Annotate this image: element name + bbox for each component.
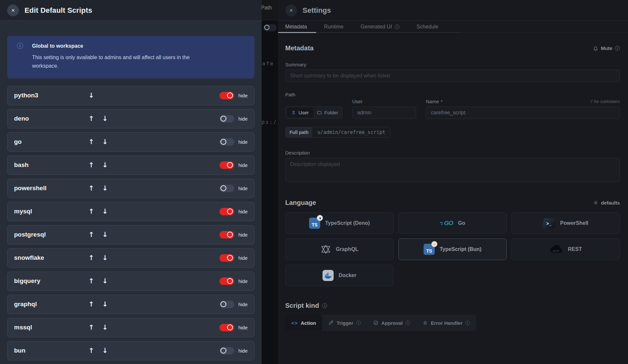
drawer-close-button[interactable]: × <box>7 5 19 16</box>
language-grid: TS TypeScript (Deno)GOGo>_PowerShell Gra… <box>285 212 620 286</box>
hide-toggle[interactable] <box>219 92 234 99</box>
default-script-row: bun ↑ ↓ hide <box>7 341 254 360</box>
script-kind-trigger[interactable]: Trigger i <box>322 315 367 331</box>
settings-title: Settings <box>303 6 331 15</box>
default-script-row: graphql ↑ ↓ hide <box>7 295 254 314</box>
language-option-rest[interactable]: HTTPREST <box>511 239 620 260</box>
language-name: python3 <box>14 92 87 99</box>
info-box-body: This setting is only available to admins… <box>32 53 214 71</box>
hide-label: hide <box>238 278 248 284</box>
hide-toggle[interactable] <box>219 231 234 239</box>
hide-label: hide <box>238 139 248 145</box>
hide-toggle[interactable] <box>219 185 234 192</box>
hide-toggle[interactable] <box>219 161 234 169</box>
language-option-label: PowerShell <box>560 220 588 226</box>
move-down-button[interactable]: ↓ <box>100 115 110 123</box>
move-down-button[interactable]: ↓ <box>100 277 110 285</box>
hide-toggle[interactable] <box>219 324 234 331</box>
move-down-button[interactable]: ↓ <box>100 161 110 169</box>
hide-toggle[interactable] <box>219 115 234 123</box>
move-up-button[interactable]: ↑ <box>87 161 96 169</box>
move-up-button[interactable]: ↑ <box>87 115 96 123</box>
mute-info-icon: i <box>615 46 620 51</box>
move-up-button[interactable]: ↑ <box>87 300 96 308</box>
move-up-button[interactable]: ↑ <box>87 277 96 285</box>
default-script-row: python3 ↓ hide <box>7 86 254 105</box>
owner-user-option[interactable]: User <box>287 108 314 118</box>
summary-input[interactable] <box>285 70 620 82</box>
move-down-button[interactable]: ↓ <box>100 300 110 308</box>
move-down-button[interactable]: ↓ <box>100 231 110 239</box>
default-script-row: bigquery ↑ ↓ hide <box>7 272 254 291</box>
tab-info-icon: i <box>395 25 399 29</box>
move-up-button[interactable]: ↑ <box>87 254 96 262</box>
move-down-button[interactable]: ↓ <box>100 138 110 146</box>
move-down-button[interactable]: ↓ <box>100 347 110 355</box>
mute-button[interactable]: Mute i <box>593 45 620 51</box>
defaults-button[interactable]: defaults <box>593 200 620 206</box>
rocket-icon <box>328 320 334 325</box>
owner-toggle: User Folder <box>285 106 342 119</box>
description-textarea[interactable] <box>285 158 620 182</box>
hide-label: hide <box>238 162 248 168</box>
move-up-button[interactable]: ↑ <box>87 347 96 355</box>
move-down-button[interactable]: ↓ <box>87 91 96 99</box>
default-script-row: mssql ↑ ↓ hide <box>7 318 254 337</box>
move-down-button[interactable]: ↓ <box>100 207 110 215</box>
hide-toggle[interactable] <box>219 208 234 215</box>
background-code-fragment: afe r <box>262 61 278 67</box>
script-kind-action[interactable]: <>Action <box>285 315 322 331</box>
language-option-powershell[interactable]: >_PowerShell <box>511 212 620 234</box>
script-kind-approval[interactable]: Approval i <box>367 315 416 331</box>
owner-folder-option[interactable]: Folder <box>314 108 341 118</box>
kind-info-icon: i <box>356 321 361 325</box>
move-up-button[interactable]: ↑ <box>87 184 96 192</box>
full-path-value: u/admin/carefree_script <box>312 127 390 137</box>
tab-schedule[interactable]: Schedule <box>416 21 438 32</box>
folder-icon <box>317 110 322 115</box>
docker-icon <box>323 270 334 281</box>
move-up-button[interactable]: ↑ <box>87 231 96 239</box>
user-input[interactable] <box>352 107 416 119</box>
name-input[interactable] <box>426 107 620 119</box>
default-script-row: mysql ↑ ↓ hide <box>7 202 254 221</box>
language-option-typescript-deno[interactable]: TS TypeScript (Deno) <box>285 212 394 234</box>
language-option-typescript-bun[interactable]: TS TypeScript (Bun) <box>398 239 507 260</box>
hide-label: hide <box>238 302 248 307</box>
move-up-button[interactable]: ↑ <box>87 138 96 146</box>
default-script-row: go ↑ ↓ hide <box>7 132 254 152</box>
language-option-docker[interactable]: Docker <box>285 265 394 286</box>
move-down-button[interactable]: ↓ <box>100 184 110 192</box>
info-box-title: Global to workspace <box>32 43 83 49</box>
script-kind-error-handler[interactable]: Error Handler i <box>416 315 476 331</box>
settings-close-button[interactable]: × <box>285 5 297 16</box>
script-kind-label: Approval <box>381 320 403 326</box>
language-name: postgresql <box>14 231 87 238</box>
settings-drawer: × Settings MetadataRuntimeGenerated UIiS… <box>278 0 628 364</box>
move-up-button[interactable]: ↑ <box>87 207 96 215</box>
language-option-go[interactable]: GOGo <box>398 212 507 234</box>
language-option-graphql[interactable]: GraphQL <box>285 239 394 260</box>
dimmed-background-page: Path afe r ps:// <box>262 0 278 364</box>
move-up-button[interactable]: ↑ <box>87 323 96 331</box>
tab-generated-ui[interactable]: Generated UIi <box>360 21 399 32</box>
language-name: snowflake <box>14 254 87 261</box>
hide-toggle[interactable] <box>219 138 234 146</box>
move-down-button[interactable]: ↓ <box>100 323 110 331</box>
language-option-label: GraphQL <box>336 246 358 252</box>
default-script-row: postgresql ↑ ↓ hide <box>7 225 254 244</box>
move-down-button[interactable]: ↓ <box>100 254 110 262</box>
settings-tabbar: MetadataRuntimeGenerated UIiSchedule <box>278 21 628 33</box>
summary-label: Summary <box>285 62 620 67</box>
hide-toggle[interactable] <box>219 301 234 308</box>
background-toggle <box>263 24 277 31</box>
script-kind-heading-text: Script kind <box>285 302 319 309</box>
full-path-chip: Full path u/admin/carefree_script <box>285 127 391 138</box>
tab-runtime[interactable]: Runtime <box>324 21 344 32</box>
script-kind-heading: Script kind i <box>285 302 327 309</box>
tab-metadata[interactable]: Metadata <box>285 21 307 32</box>
hide-toggle[interactable] <box>219 254 234 262</box>
hide-toggle[interactable] <box>219 347 234 355</box>
script-kind-info-icon: i <box>322 303 327 308</box>
hide-toggle[interactable] <box>219 277 234 285</box>
